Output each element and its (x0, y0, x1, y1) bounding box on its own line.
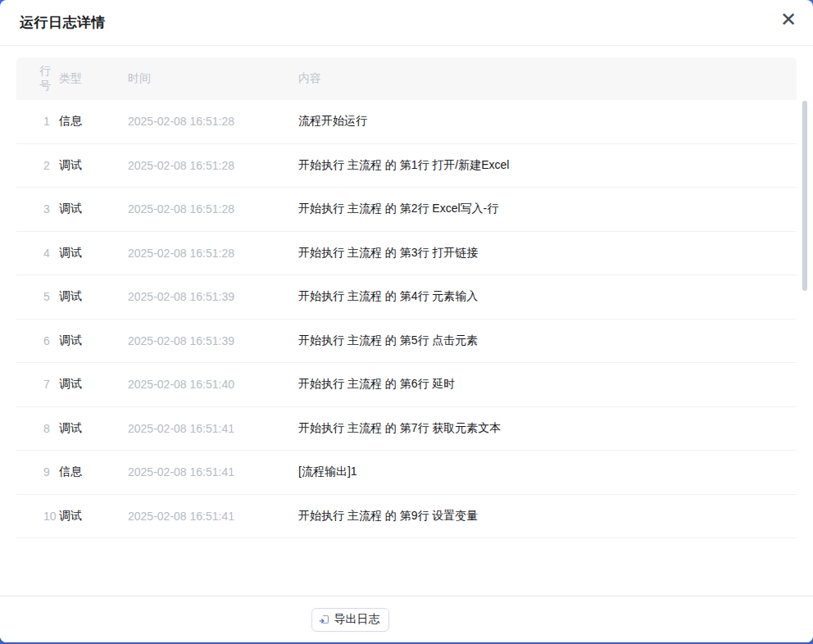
row-time: 2025-02-08 16:51:41 (128, 465, 298, 478)
table-row: 10 调试 2025-02-08 16:51:41 开始执行 主流程 的 第9行… (16, 495, 797, 539)
row-type: 调试 (59, 289, 128, 304)
table-row: 8 调试 2025-02-08 16:51:41 开始执行 主流程 的 第7行 … (16, 407, 797, 451)
col-header-time: 时间 (128, 71, 298, 86)
row-line-number: 4 (16, 247, 59, 260)
row-line-number: 8 (16, 422, 59, 435)
row-line-number: 1 (16, 115, 59, 128)
row-content: 流程开始运行 (298, 114, 797, 129)
table-row: 3 调试 2025-02-08 16:51:28 开始执行 主流程 的 第2行 … (16, 188, 797, 232)
row-time: 2025-02-08 16:51:39 (128, 290, 298, 303)
row-line-number: 2 (16, 159, 59, 172)
log-table-body[interactable]: 1 信息 2025-02-08 16:51:28 流程开始运行 2 调试 202… (16, 100, 797, 596)
row-type: 调试 (59, 202, 128, 216)
col-header-line-number: 行号 (16, 64, 59, 93)
row-line-number: 10 (16, 510, 59, 523)
table-row: 6 调试 2025-02-08 16:51:39 开始执行 主流程 的 第5行 … (16, 320, 797, 364)
scrollbar-thumb[interactable] (802, 101, 807, 291)
row-type: 调试 (59, 509, 128, 524)
row-time: 2025-02-08 16:51:28 (128, 115, 298, 128)
table-row: 1 信息 2025-02-08 16:51:28 流程开始运行 (16, 100, 797, 144)
row-line-number: 3 (16, 202, 59, 215)
row-time: 2025-02-08 16:51:39 (128, 334, 298, 347)
row-line-number: 9 (16, 465, 59, 478)
row-line-number: 6 (16, 334, 59, 347)
table-header-row: 行号 类型 时间 内容 (16, 57, 797, 100)
row-type: 调试 (59, 158, 128, 173)
col-header-content: 内容 (298, 71, 797, 86)
row-type: 调试 (59, 421, 128, 436)
log-table: 行号 类型 时间 内容 1 信息 2025-02-08 16:51:28 流程开… (16, 57, 797, 596)
row-content: 开始执行 主流程 的 第3行 打开链接 (298, 246, 797, 261)
row-type: 调试 (59, 377, 128, 392)
row-time: 2025-02-08 16:51:28 (128, 159, 298, 172)
table-row: 7 调试 2025-02-08 16:51:40 开始执行 主流程 的 第6行 … (16, 363, 797, 407)
row-content: 开始执行 主流程 的 第1行 打开/新建Excel (298, 158, 797, 173)
dialog-title: 运行日志详情 (20, 13, 106, 32)
row-content: [流程输出]1 (298, 465, 797, 479)
row-time: 2025-02-08 16:51:28 (128, 247, 298, 260)
row-line-number: 7 (16, 378, 59, 391)
row-time: 2025-02-08 16:51:28 (128, 202, 298, 215)
export-icon (319, 614, 330, 625)
row-content: 开始执行 主流程 的 第9行 设置变量 (298, 509, 797, 524)
row-content: 开始执行 主流程 的 第4行 元素输入 (298, 289, 797, 304)
export-log-button[interactable]: 导出日志 (311, 608, 389, 632)
close-icon[interactable]: ✕ (776, 7, 801, 32)
run-log-dialog: 运行日志详情 ✕ 行号 类型 时间 内容 1 信息 2025-02-08 16:… (0, 0, 813, 642)
table-row: 9 信息 2025-02-08 16:51:41 [流程输出]1 (16, 451, 797, 495)
col-header-type: 类型 (59, 71, 128, 86)
row-line-number: 5 (16, 290, 59, 303)
row-type: 调试 (59, 246, 128, 261)
row-time: 2025-02-08 16:51:40 (128, 378, 298, 391)
row-type: 信息 (59, 114, 128, 129)
row-time: 2025-02-08 16:51:41 (128, 510, 298, 523)
row-content: 开始执行 主流程 的 第5行 点击元素 (298, 333, 797, 348)
table-row: 4 调试 2025-02-08 16:51:28 开始执行 主流程 的 第3行 … (16, 232, 797, 276)
row-content: 开始执行 主流程 的 第2行 Excel写入-行 (298, 202, 797, 216)
table-row: 5 调试 2025-02-08 16:51:39 开始执行 主流程 的 第4行 … (16, 275, 797, 320)
table-row: 2 调试 2025-02-08 16:51:28 开始执行 主流程 的 第1行 … (16, 144, 797, 188)
row-content: 开始执行 主流程 的 第7行 获取元素文本 (298, 421, 797, 436)
row-type: 调试 (59, 333, 128, 348)
export-log-label: 导出日志 (334, 612, 380, 627)
row-type: 信息 (59, 465, 128, 479)
dialog-header: 运行日志详情 ✕ (0, 0, 813, 46)
row-time: 2025-02-08 16:51:41 (128, 422, 298, 435)
dialog-footer: 导出日志 (0, 596, 813, 642)
row-content: 开始执行 主流程 的 第6行 延时 (298, 377, 797, 392)
